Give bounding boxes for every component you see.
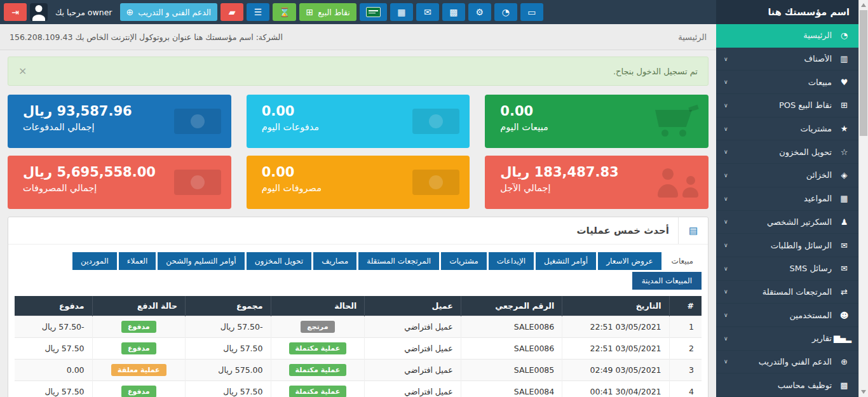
banknote-icon bbox=[412, 170, 459, 195]
sidebar-item-hire-accountant[interactable]: ▩ توظيف محاسب bbox=[716, 373, 858, 397]
tab-work-orders[interactable]: أوامر التشغيل bbox=[536, 252, 596, 270]
calendar-button[interactable]: ▦ bbox=[390, 3, 413, 21]
sidebar-item-sales[interactable]: ♥ مبيعات ∨ bbox=[716, 71, 858, 94]
support-button[interactable]: ⊕الدعم الفنى و التدريب bbox=[120, 3, 218, 21]
scroll-up-arrow[interactable] bbox=[861, 3, 866, 7]
breadcrumb-title[interactable]: الرئيسية bbox=[678, 32, 707, 42]
sidebar-item-label: المواعيد bbox=[732, 194, 832, 203]
tab-quotes[interactable]: عروض الاسعار bbox=[598, 252, 661, 270]
card-content: 0.00 مدفوعات اليوم bbox=[262, 104, 319, 132]
sidebar-item-reports[interactable]: ▂▄▆ تقارير ∨ bbox=[716, 327, 858, 351]
sidebar-item-inventory-transfer[interactable]: ☆ تحويل المخزون ∨ bbox=[716, 140, 858, 164]
sidebar-item-appointments[interactable]: ▦ المواعيد ∨ bbox=[716, 187, 858, 211]
settings-button[interactable]: ⚙ bbox=[468, 3, 491, 21]
chevron-down-icon: ∨ bbox=[724, 102, 728, 109]
tab-delivery-shipping[interactable]: أوامر التسليم والشحن bbox=[158, 252, 244, 270]
sidebar-item-purchases[interactable]: ★ مشتريات ∨ bbox=[716, 118, 858, 141]
chevron-down-icon: ∨ bbox=[724, 335, 728, 342]
eraser-button[interactable]: ▰ bbox=[220, 3, 243, 21]
card-sales-today: 0.00 مبيعات اليوم bbox=[485, 95, 709, 148]
panel-body: مبيعاتعروض الاسعارأوامر التشغيلالإيداعات… bbox=[8, 245, 708, 397]
logout-button[interactable]: ⇥ bbox=[4, 3, 27, 21]
card-total-credit: 183,487.83 ريال إجمالي الآجل bbox=[485, 156, 709, 209]
scroll-down-arrow[interactable] bbox=[861, 390, 866, 394]
sidebar-item-label: المستخدمين bbox=[732, 311, 832, 320]
sidebar-item-independent-returns[interactable]: ⇄ المرتجعات المستقلة ∨ bbox=[716, 281, 858, 304]
col-header-total: مجموع bbox=[186, 296, 271, 316]
col-header-pay-status: حالة الدفع bbox=[92, 296, 185, 316]
sidebar-item-categories[interactable]: ▥ الأصناف ∨ bbox=[716, 48, 858, 71]
sidebar-item-label: الدعم الفني والتدريب bbox=[732, 357, 832, 367]
cell-status: مرتجع bbox=[271, 316, 365, 338]
status-badge: مرتجع bbox=[301, 321, 334, 333]
card-content: 0.00 مصروفات اليوم bbox=[262, 165, 322, 193]
sidebar-item-label: مشتريات bbox=[732, 124, 832, 133]
table-row[interactable]: 2 03/05/2021 22:51 SALE0086 عميل افتراضي… bbox=[15, 338, 702, 360]
table-row[interactable]: 4 30/04/2021 00:41 SALE0084 عميل افتراضي… bbox=[15, 381, 702, 397]
dashboard-button[interactable]: ◔ bbox=[494, 3, 517, 21]
star-outline-icon: ☆ bbox=[837, 147, 851, 157]
sidebar-item-messages-requests[interactable]: ✉ الرسائل والطلبات ∨ bbox=[716, 234, 858, 257]
card-label: إجمالي الآجل bbox=[500, 183, 618, 193]
main-area: ⇥مرحبا بك owner⊕الدعم الفنى و التدريب▰☰⌛… bbox=[0, 0, 716, 397]
sidebar-item-label: تحويل المخزون bbox=[732, 147, 832, 157]
tab-debit-sales[interactable]: المبيعات المدينة bbox=[632, 272, 702, 290]
pos-button[interactable]: ⊞نقاط البيع bbox=[299, 3, 356, 21]
calculator-button[interactable]: ▩ bbox=[442, 3, 465, 21]
cell-date: 03/05/2021 22:51 bbox=[562, 316, 669, 338]
sidebar-item-pos[interactable]: ⊞ نقاط البيع POS ∨ bbox=[716, 94, 858, 118]
sidebar-item-safes[interactable]: ◈ الخزائن ∨ bbox=[716, 164, 858, 187]
sidebar-item-label: الرسائل والطلبات bbox=[732, 241, 832, 250]
user-avatar[interactable] bbox=[30, 3, 48, 21]
page-scrollbar[interactable] bbox=[858, 0, 868, 397]
card-content: 93,587.96 ريال إجمالي المدفوعات bbox=[23, 104, 132, 132]
chevron-down-icon: ∨ bbox=[724, 196, 728, 202]
mail-button[interactable]: ✉ bbox=[416, 3, 439, 21]
tab-purchases[interactable]: مشتريات bbox=[441, 252, 487, 270]
cell-paid: 57.50 ريال bbox=[15, 381, 92, 397]
card-label: مبيعات اليوم bbox=[500, 122, 548, 132]
desktop-button[interactable]: ▭ bbox=[520, 3, 543, 21]
status-badge: مدفوع bbox=[121, 342, 156, 354]
tab-inventory-transfer[interactable]: تحويل المخزون bbox=[247, 252, 311, 270]
card-payments-today: 0.00 مدفوعات اليوم bbox=[247, 95, 470, 148]
cell-paid: 0.00 bbox=[15, 360, 92, 381]
tab-sales[interactable]: مبيعات bbox=[663, 252, 702, 270]
table-row[interactable]: 3 03/05/2021 02:49 SALE0085 عميل افتراضي… bbox=[15, 360, 702, 381]
sidebar-item-users[interactable]: ☻ المستخدمين ∨ bbox=[716, 304, 858, 327]
tab-deposits[interactable]: الإيداعات bbox=[489, 252, 534, 270]
cell-total: 575.00 ريال bbox=[186, 360, 271, 381]
card-label: إجمالي المدفوعات bbox=[23, 122, 132, 132]
list-button[interactable]: ☰ bbox=[247, 3, 269, 21]
banknote-icon bbox=[174, 170, 221, 195]
sidebar-item-sms[interactable]: ✉ رسائل SMS ∨ bbox=[716, 257, 858, 281]
sidebar-item-support-training[interactable]: ⊕ الدعم الفني والتدريب ∨ bbox=[716, 351, 858, 374]
heart-icon: ♥ bbox=[837, 77, 851, 87]
cell-num: 4 bbox=[669, 381, 702, 397]
language-flag-button[interactable] bbox=[360, 3, 387, 21]
close-icon[interactable]: × bbox=[18, 66, 27, 76]
saudi-flag-icon bbox=[366, 7, 381, 17]
scrollbar-thumb[interactable] bbox=[860, 10, 867, 136]
sidebar-item-label: نقاط البيع POS bbox=[732, 100, 832, 110]
shuffle-icon: ⇄ bbox=[837, 287, 851, 297]
tab-suppliers[interactable]: الموردين bbox=[72, 252, 117, 270]
card-label: مصروفات اليوم bbox=[262, 183, 322, 193]
sidebar-item-personal-secretary[interactable]: ♟ السكرتير الشخصي ∨ bbox=[716, 211, 858, 234]
tab-expenses[interactable]: مصاريف bbox=[313, 252, 356, 270]
sidebar-menu: ◔ الرئيسية ▥ الأصناف ∨ ♥ مبيعات ∨ ⊞ نقاط… bbox=[716, 24, 858, 397]
cell-customer: عميل افتراضي bbox=[365, 381, 461, 397]
tab-independent-returns[interactable]: المرتجعات المستقلة bbox=[358, 252, 439, 270]
table-row[interactable]: 1 03/05/2021 22:51 SALE0086 عميل افتراضي… bbox=[15, 316, 702, 338]
col-header-ref: الرقم المرجعي bbox=[461, 296, 562, 316]
hourglass-button[interactable]: ⌛ bbox=[273, 3, 296, 21]
tab-customers[interactable]: العملاء bbox=[119, 252, 156, 270]
organization-name: اسم مؤسستك هنا bbox=[716, 0, 858, 24]
life-ring-icon: ⊕ bbox=[837, 357, 851, 367]
cogs-icon: ⚙ bbox=[476, 8, 484, 17]
life-ring-icon: ⊕ bbox=[126, 8, 134, 17]
card-total-expenses: 5,695,558.00 ريال إجمالي المصروفات bbox=[8, 156, 231, 209]
sidebar-item-home[interactable]: ◔ الرئيسية bbox=[716, 24, 858, 48]
card-value: 5,695,558.00 ريال bbox=[23, 165, 156, 180]
card-label: مدفوعات اليوم bbox=[262, 122, 319, 132]
